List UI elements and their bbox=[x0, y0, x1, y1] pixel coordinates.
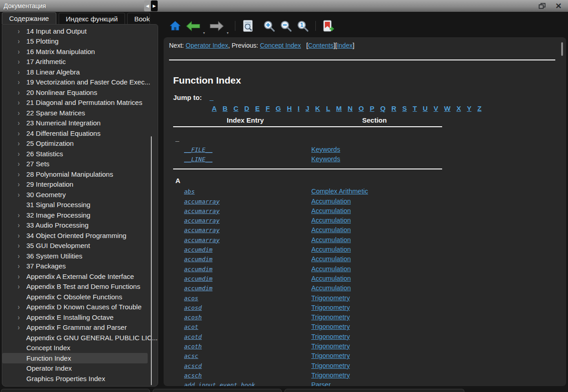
index-entry-link[interactable]: accumarray bbox=[184, 198, 219, 205]
chevron-right-icon[interactable]: › bbox=[18, 263, 26, 270]
nav-contents-link[interactable]: Contents bbox=[308, 42, 334, 49]
tree-item[interactable]: Function Index bbox=[2, 353, 148, 363]
forward-dropdown-icon[interactable]: ▾ bbox=[227, 31, 229, 35]
tree-scrollbar[interactable] bbox=[151, 136, 152, 385]
tab-содержание[interactable]: Содержание bbox=[2, 12, 56, 24]
index-entry-link[interactable]: __LINE__ bbox=[184, 156, 213, 163]
index-entry-link[interactable]: accumdim bbox=[184, 266, 213, 273]
index-entry-link[interactable]: acosh bbox=[184, 314, 202, 321]
chevron-right-icon[interactable]: › bbox=[18, 252, 26, 259]
find-in-page-button[interactable] bbox=[241, 19, 255, 33]
tree-item[interactable]: ›Appendix B Test and Demo Functions bbox=[2, 282, 158, 292]
index-entry-link[interactable]: acos bbox=[184, 295, 198, 302]
tree-item[interactable]: ›35 GUI Development bbox=[2, 241, 158, 251]
tree-item[interactable]: ›20 Nonlinear Equations bbox=[2, 87, 158, 98]
chevron-right-icon[interactable]: › bbox=[18, 150, 26, 157]
index-entry-link[interactable]: acosd bbox=[184, 304, 202, 311]
section-link[interactable]: Trigonometry bbox=[311, 362, 350, 369]
tree-item[interactable]: Concept Index bbox=[2, 343, 158, 353]
index-entry-link[interactable]: acoth bbox=[184, 343, 202, 350]
letter-link-I[interactable]: I bbox=[298, 104, 299, 112]
index-entry-link[interactable]: acotd bbox=[184, 333, 202, 340]
letter-link-Q[interactable]: Q bbox=[380, 104, 386, 112]
section-link[interactable]: Complex Arithmetic bbox=[311, 188, 368, 195]
index-entry-link[interactable]: add_input_event_hook bbox=[184, 382, 255, 386]
tree-item[interactable]: Appendix C Obsolete Functions bbox=[2, 292, 158, 302]
chevron-right-icon[interactable]: › bbox=[18, 38, 26, 45]
zoom-out-button[interactable] bbox=[279, 19, 293, 33]
restore-window-button[interactable] bbox=[538, 2, 546, 10]
zoom-original-button[interactable]: 1 bbox=[296, 19, 310, 33]
zoom-in-button[interactable] bbox=[262, 19, 276, 33]
index-entry-link[interactable]: accumarray bbox=[184, 208, 219, 214]
letter-link-O[interactable]: O bbox=[359, 104, 364, 112]
letter-link-K[interactable]: K bbox=[315, 104, 320, 112]
chevron-right-icon[interactable]: › bbox=[18, 170, 26, 178]
chevron-right-icon[interactable]: › bbox=[18, 89, 26, 96]
index-entry-link[interactable]: accumdim bbox=[184, 285, 213, 292]
tree-item[interactable]: ›Appendix A External Code Interface bbox=[2, 271, 158, 282]
letter-link-V[interactable]: V bbox=[433, 104, 438, 112]
chevron-right-icon[interactable]: › bbox=[18, 129, 26, 137]
tree-item[interactable]: ›28 Polynomial Manipulations bbox=[2, 169, 158, 179]
letter-link-B[interactable]: B bbox=[223, 104, 228, 112]
close-window-button[interactable]: ✕ bbox=[554, 2, 563, 10]
tree-item[interactable]: ›30 Geometry bbox=[2, 189, 158, 200]
chevron-right-icon[interactable]: › bbox=[18, 313, 26, 321]
index-entry-link[interactable]: accumarray bbox=[184, 237, 219, 243]
letter-link-W[interactable]: W bbox=[444, 104, 450, 112]
section-link[interactable]: Trigonometry bbox=[311, 372, 350, 379]
tree-item[interactable]: ›15 Plotting bbox=[2, 36, 158, 47]
jump-underscore-link[interactable]: _ bbox=[209, 94, 213, 101]
tree-item[interactable]: ›Appendix E Installing Octave bbox=[2, 312, 158, 323]
index-entry-link[interactable]: acsch bbox=[184, 372, 202, 379]
letter-link-P[interactable]: P bbox=[370, 104, 374, 112]
tree-item[interactable]: Operator Index bbox=[2, 363, 158, 374]
chevron-right-icon[interactable]: › bbox=[18, 222, 26, 229]
section-link[interactable]: Trigonometry bbox=[311, 313, 350, 321]
letter-link-S[interactable]: S bbox=[402, 104, 407, 112]
section-link[interactable]: Accumulation bbox=[311, 255, 351, 263]
content-scrollbar[interactable] bbox=[561, 42, 563, 56]
tree-item[interactable]: ›32 Image Processing bbox=[2, 210, 158, 220]
index-entry-link[interactable]: accumdim bbox=[184, 275, 213, 282]
tree-item[interactable]: ›27 Sets bbox=[2, 159, 158, 169]
index-entry-link[interactable]: __FILE__ bbox=[184, 146, 213, 153]
tab-scroll-left-button[interactable]: ◀ bbox=[144, 0, 151, 11]
section-link[interactable]: Accumulation bbox=[311, 217, 351, 224]
tree-item[interactable]: ›22 Sparse Matrices bbox=[2, 108, 158, 118]
section-link[interactable]: Accumulation bbox=[311, 207, 351, 214]
tree-item[interactable]: ›33 Audio Processing bbox=[2, 220, 158, 231]
tree-item[interactable]: ›25 Optimization bbox=[2, 139, 158, 149]
letter-link-Y[interactable]: Y bbox=[467, 104, 471, 112]
section-link[interactable]: Accumulation bbox=[311, 236, 351, 243]
tab-индекс-функций[interactable]: Индекс функций bbox=[59, 13, 125, 24]
letter-link-L[interactable]: L bbox=[326, 104, 330, 112]
tab-scroll-right-button[interactable]: ▶ bbox=[151, 0, 158, 11]
index-entry-link[interactable]: acsc bbox=[184, 352, 198, 359]
back-dropdown-icon[interactable]: ▾ bbox=[203, 31, 205, 35]
section-link[interactable]: Trigonometry bbox=[311, 294, 350, 302]
chevron-right-icon[interactable]: › bbox=[18, 324, 26, 331]
chevron-right-icon[interactable]: › bbox=[18, 68, 26, 75]
index-entry-link[interactable]: acot bbox=[184, 323, 198, 330]
back-button[interactable] bbox=[185, 20, 201, 32]
tree-item[interactable]: Appendix G GNU GENERAL PUBLIC LIC... bbox=[2, 332, 158, 343]
section-link[interactable]: Trigonometry bbox=[311, 333, 350, 340]
chevron-right-icon[interactable]: › bbox=[18, 79, 26, 86]
tree-item[interactable]: ›36 System Utilities bbox=[2, 251, 158, 261]
index-entry-link[interactable]: accumarray bbox=[184, 227, 219, 233]
letter-link-H[interactable]: H bbox=[287, 104, 292, 112]
index-entry-link[interactable]: acscd bbox=[184, 362, 202, 369]
tree-item[interactable]: ›17 Arithmetic bbox=[2, 57, 158, 67]
tree-item[interactable]: ›37 Packages bbox=[2, 261, 158, 272]
chevron-right-icon[interactable]: › bbox=[18, 119, 26, 127]
section-link[interactable]: Accumulation bbox=[311, 265, 351, 273]
add-bookmark-button[interactable] bbox=[321, 19, 335, 33]
index-entry-link[interactable]: accumdim bbox=[184, 246, 213, 253]
section-link[interactable]: Trigonometry bbox=[311, 352, 350, 359]
tree-item[interactable]: ›21 Diagonal and Permutation Matrices bbox=[2, 98, 158, 108]
section-link[interactable]: Parser bbox=[311, 381, 331, 386]
chevron-right-icon[interactable]: › bbox=[18, 27, 26, 35]
section-link[interactable]: Accumulation bbox=[311, 226, 351, 233]
